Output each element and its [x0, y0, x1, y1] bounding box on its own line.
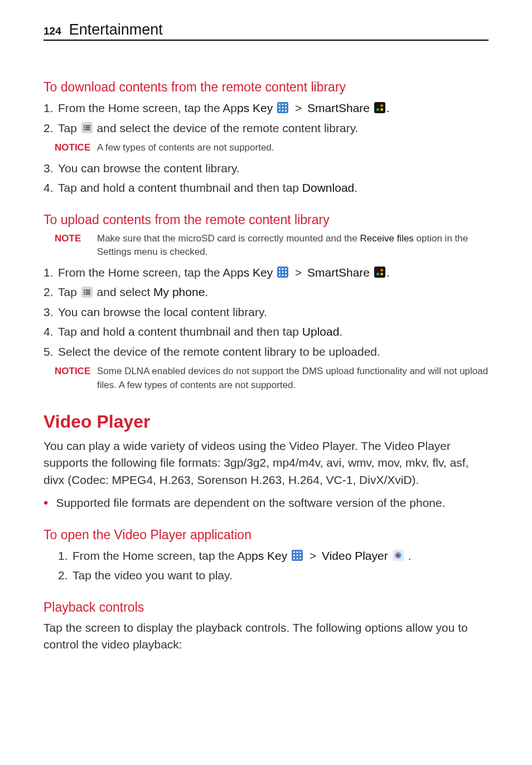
subheading-open-video: To open the Video Player application	[43, 527, 489, 543]
svg-point-27	[376, 273, 379, 276]
svg-point-10	[380, 105, 383, 108]
svg-rect-1	[282, 104, 284, 105]
svg-rect-31	[85, 289, 90, 290]
download-step-4: 4. Tap and hold a content thumbnail and …	[43, 179, 489, 197]
svg-rect-2	[285, 104, 287, 105]
page-number: 124	[43, 25, 61, 37]
video-player-icon	[393, 550, 404, 561]
download-step-2: 2. Tap and select the device of the remo…	[43, 119, 489, 137]
svg-rect-39	[293, 555, 295, 556]
step-number: 5.	[43, 343, 58, 361]
upload-step-5: 5. Select the device of the remote conte…	[43, 343, 489, 361]
subheading-playback-controls: Playback controls	[43, 600, 489, 615]
svg-rect-6	[279, 110, 280, 112]
svg-rect-33	[85, 292, 90, 293]
chevron-right: >	[295, 266, 302, 279]
video-intro: You can play a wide variety of videos us…	[43, 438, 489, 488]
step-text: From the Home screen, tap the Ap	[58, 266, 237, 279]
svg-rect-20	[285, 268, 287, 270]
note-text-bold: Receive files	[360, 233, 413, 244]
svg-rect-25	[282, 275, 284, 277]
apps-key-icon	[292, 550, 303, 561]
step-text: Tap	[58, 122, 80, 134]
apps-key-icon	[277, 102, 288, 113]
bullet-text: Supported file formats are dependent on …	[56, 494, 445, 512]
svg-rect-23	[285, 272, 287, 273]
svg-rect-12	[84, 125, 85, 126]
svg-rect-17	[85, 129, 90, 130]
download-step-1: 1. From the Home screen, tap the Apps Ke…	[43, 99, 489, 117]
chevron-right: >	[309, 549, 316, 562]
step-number: 2.	[58, 567, 72, 584]
download-steps-cont: 3. You can browse the content library. 4…	[43, 159, 489, 197]
svg-rect-38	[299, 551, 301, 553]
video-bullets: Supported file formats are dependent on …	[43, 494, 489, 512]
svg-rect-44	[299, 558, 301, 559]
upload-notice: NOTICE Some DLNA enabled devices do not …	[55, 365, 489, 392]
video-bullet-1: Supported file formats are dependent on …	[43, 494, 489, 512]
svg-rect-37	[297, 551, 298, 553]
step-text: You can browse the local content library…	[58, 303, 267, 321]
open-video-step-1: 1. From the Home screen, tap the Apps Ke…	[43, 547, 489, 565]
step-text: Tap and hold a content thumbnail and the…	[58, 181, 302, 194]
svg-point-9	[376, 109, 379, 112]
step-text-bold: Video Player	[322, 549, 388, 562]
svg-rect-43	[297, 558, 298, 559]
svg-point-29	[380, 273, 383, 276]
svg-rect-32	[84, 292, 85, 293]
notice-text: Some DLNA enabled devices do not support…	[97, 365, 489, 392]
step-text: .	[339, 325, 342, 338]
svg-rect-36	[293, 551, 295, 553]
step-text-bold: ps Key	[237, 266, 273, 279]
smartshare-icon	[374, 267, 385, 278]
svg-rect-13	[85, 125, 90, 126]
svg-point-11	[380, 109, 383, 112]
upload-note: NOTE Make sure that the microSD card is …	[55, 232, 489, 259]
apps-key-icon	[277, 267, 288, 278]
svg-rect-26	[285, 275, 287, 277]
step-text: Tap	[58, 285, 80, 298]
upload-step-3: 3. You can browse the local content libr…	[43, 303, 489, 321]
svg-rect-41	[299, 555, 301, 556]
step-number: 1.	[43, 99, 58, 117]
upload-step-2: 2. Tap and select My phone.	[43, 283, 489, 301]
notice-text: A few types of contents are not supporte…	[97, 141, 274, 155]
step-number: 3.	[43, 159, 58, 177]
step-text: and select	[94, 285, 153, 298]
subheading-upload: To upload contents from the remote conte…	[43, 212, 489, 227]
svg-rect-40	[297, 555, 298, 556]
svg-rect-24	[279, 275, 280, 277]
step-number: 4.	[43, 323, 58, 341]
list-devices-icon	[81, 122, 93, 133]
svg-rect-0	[279, 104, 280, 105]
svg-rect-15	[85, 127, 90, 128]
chevron-right: >	[295, 101, 302, 114]
header-title: Entertainment	[69, 21, 163, 38]
svg-rect-22	[282, 272, 284, 273]
step-text-bold: My phone	[153, 285, 205, 298]
step-text-bold: SmartShare	[307, 266, 370, 279]
step-text-bold: ps Key	[237, 101, 273, 114]
notice-label: NOTICE	[55, 141, 97, 155]
open-video-steps: 1. From the Home screen, tap the Apps Ke…	[43, 547, 489, 584]
open-video-step-2: 2. Tap the video you want to play.	[43, 567, 489, 584]
step-number: 2.	[43, 119, 58, 137]
note-text: Make sure that the microSD card is corre…	[97, 233, 360, 244]
section-title-video-player: Video Player	[43, 411, 489, 432]
step-text-bold: Upload	[302, 325, 340, 338]
notice-label: NOTICE	[55, 365, 97, 379]
step-text: Tap the video you want to play.	[72, 567, 233, 584]
step-text: .	[205, 285, 208, 298]
step-text: and select the device of the remote cont…	[94, 122, 359, 134]
step-text: Tap and hold a content thumbnail and the…	[58, 325, 302, 338]
svg-rect-30	[84, 289, 85, 290]
svg-rect-14	[84, 127, 85, 128]
download-step-3: 3. You can browse the content library.	[43, 159, 489, 177]
upload-step-4: 4. Tap and hold a content thumbnail and …	[43, 323, 489, 341]
svg-rect-42	[293, 558, 295, 559]
step-number: 4.	[43, 179, 58, 197]
step-text: You can browse the content library.	[58, 159, 240, 177]
step-number: 1.	[43, 264, 58, 282]
svg-rect-4	[282, 107, 284, 109]
download-steps: 1. From the Home screen, tap the Apps Ke…	[43, 99, 489, 137]
